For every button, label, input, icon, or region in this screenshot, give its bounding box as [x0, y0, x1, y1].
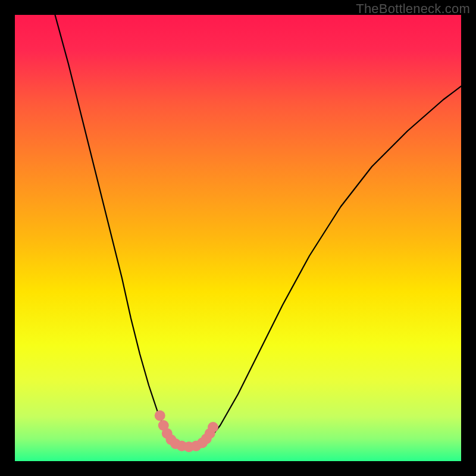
marker-dot [155, 411, 165, 421]
plot-area [15, 15, 461, 461]
marker-dot [208, 422, 218, 433]
chart-svg [15, 15, 461, 461]
watermark-text: TheBottleneck.com [356, 1, 470, 17]
outer-frame: TheBottleneck.com [0, 0, 476, 476]
